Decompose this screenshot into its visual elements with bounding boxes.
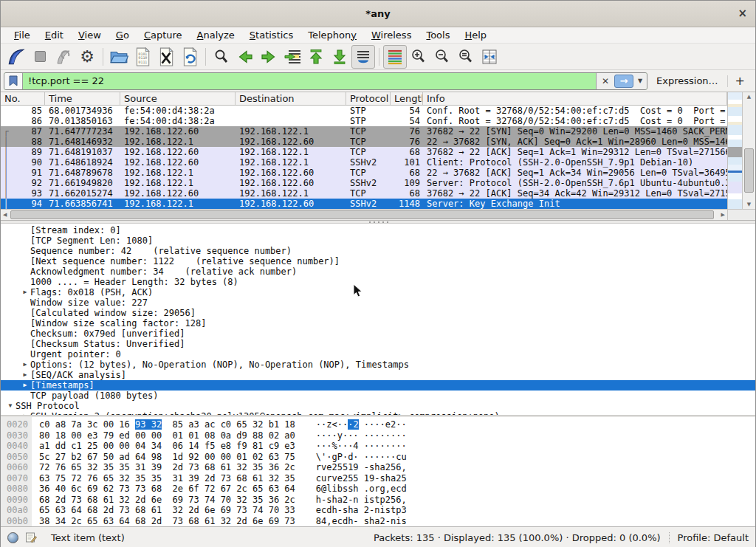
filter-bookmark-button[interactable]	[4, 73, 23, 89]
detail-line[interactable]: Acknowledgment number: 34 (relative ack …	[1, 266, 755, 277]
go-first-button[interactable]	[304, 45, 328, 69]
close-file-button[interactable]	[154, 45, 178, 69]
hex-row[interactable]: 009068 2d 73 68 61 32 2d 6e 69 73 74 70 …	[1, 495, 755, 506]
hex-row[interactable]: 00505c 27 b2 67 50 ad 64 98 1d 92 00 00 …	[1, 452, 755, 463]
detail-line[interactable]: Sequence number: 42 (relative sequence n…	[1, 246, 755, 256]
menu-file[interactable]: File	[7, 28, 38, 43]
column-header-no[interactable]: No.	[1, 92, 45, 105]
apply-filter-button[interactable]: →	[614, 75, 633, 88]
go-forward-button[interactable]	[257, 45, 281, 69]
column-header-info[interactable]: Info	[423, 92, 727, 105]
reload-file-button[interactable]	[178, 45, 202, 69]
stop-capture-button[interactable]	[28, 45, 52, 69]
detail-line[interactable]: TCP payload (1080 bytes)	[1, 391, 755, 401]
detail-line[interactable]: ▶Options: (12 bytes), No-Operation (NOP)…	[1, 359, 755, 370]
zoom-out-button[interactable]	[430, 45, 454, 69]
menu-tools[interactable]: Tools	[419, 28, 457, 43]
zoom-in-button[interactable]	[407, 45, 430, 69]
hscroll-thumb[interactable]	[10, 210, 714, 219]
hex-row[interactable]: 0020c0 a8 7a 3c 00 16 93 32 85 a3 ac c0 …	[1, 419, 755, 430]
menu-help[interactable]: Help	[457, 28, 494, 43]
detail-line[interactable]: ▶SSH Version 2 (encryption:chacha20-poly…	[1, 411, 755, 416]
menu-edit[interactable]: Edit	[38, 28, 71, 43]
detail-line[interactable]: Window size value: 227	[1, 297, 755, 308]
detail-line[interactable]: [TCP Segment Len: 1080]	[1, 235, 755, 246]
restart-capture-button[interactable]	[52, 45, 75, 69]
hex-row[interactable]: 00b038 34 2c 65 63 64 68 2d 73 68 61 32 …	[1, 516, 755, 527]
packet-row[interactable]: 8568.001734936fe:54:00:d4:38:2aSTP54Conf…	[1, 106, 727, 116]
column-header-time[interactable]: Time	[45, 92, 120, 105]
resize-columns-button[interactable]	[478, 45, 501, 69]
detail-line[interactable]: ▶[Timestamps]	[1, 380, 755, 391]
detail-line[interactable]: ▶[SEQ/ACK analysis]	[1, 370, 755, 380]
close-window-button[interactable]: ×	[738, 7, 747, 20]
expression-button[interactable]: Expression…	[652, 75, 723, 86]
menu-view[interactable]: View	[71, 28, 109, 43]
packet-row[interactable]: │9171.648789678192.168.122.1192.168.122.…	[1, 168, 727, 178]
packet-row[interactable]: 8670.013850163fe:54:00:d4:38:2aSTP54Conf…	[1, 116, 727, 126]
auto-scroll-toggle[interactable]	[351, 45, 375, 69]
colorize-toggle[interactable]	[383, 45, 407, 69]
column-header-source[interactable]: Source	[120, 92, 236, 105]
packet-minimap[interactable]	[727, 92, 742, 209]
expander-icon[interactable]: ▶	[20, 359, 30, 370]
detail-line[interactable]: Checksum: 0x79ed [unverified]	[1, 328, 755, 339]
expander-icon[interactable]: ▼	[5, 401, 16, 411]
open-file-button[interactable]	[107, 45, 131, 69]
column-header-length[interactable]: Length	[391, 92, 423, 105]
detail-line[interactable]: [Checksum Status: Unverified]	[1, 339, 755, 349]
find-packet-button[interactable]	[210, 45, 233, 69]
menu-telephony[interactable]: Telephony	[300, 28, 364, 43]
detail-line[interactable]: Urgent pointer: 0	[1, 349, 755, 359]
detail-line[interactable]: [Calculated window size: 29056]	[1, 308, 755, 318]
hex-row[interactable]: 00a065 63 64 68 2d 73 68 61 32 2d 6e 69 …	[1, 505, 755, 516]
menu-analyze[interactable]: Analyze	[190, 28, 242, 43]
packet-row[interactable]: │8971.648191037192.168.122.60192.168.122…	[1, 147, 727, 157]
column-header-protocol[interactable]: Protocol	[346, 92, 391, 105]
add-filter-button[interactable]: +	[732, 74, 751, 88]
packet-row[interactable]: │9471.663856741192.168.122.1192.168.122.…	[1, 199, 727, 209]
go-to-packet-button[interactable]	[281, 45, 304, 69]
detail-line[interactable]: 1000 .... = Header Length: 32 bytes (8)	[1, 277, 755, 287]
menu-go[interactable]: Go	[109, 28, 137, 43]
hex-row[interactable]: 003080 18 00 e3 79 ed 00 00 01 01 08 0a …	[1, 430, 755, 441]
go-last-button[interactable]	[328, 45, 351, 69]
vscroll-thumb[interactable]	[744, 148, 754, 193]
display-filter-input[interactable]	[23, 73, 596, 89]
expander-icon[interactable]: ▶	[20, 380, 30, 391]
detail-line[interactable]: ▼SSH Protocol	[1, 401, 755, 411]
packet-row[interactable]: │9271.661949820192.168.122.1192.168.122.…	[1, 178, 727, 188]
expander-icon[interactable]: ▶	[20, 287, 30, 297]
scroll-up-arrow-icon[interactable]: ▲	[743, 94, 755, 100]
packet-row[interactable]: │9071.648618924192.168.122.60192.168.122…	[1, 157, 727, 168]
expander-icon[interactable]: ▶	[20, 370, 30, 380]
zoom-reset-button[interactable]	[454, 45, 478, 69]
profile-status[interactable]: Profile: Default	[678, 532, 749, 543]
expander-icon[interactable]: ▶	[20, 411, 30, 416]
column-header-destination[interactable]: Destination	[236, 92, 346, 105]
clear-filter-button[interactable]: ✕	[598, 75, 613, 88]
detail-line[interactable]: [Window size scaling factor: 128]	[1, 318, 755, 328]
menu-statistics[interactable]: Statistics	[242, 28, 300, 43]
packet-row[interactable]: ┌8771.647777234192.168.122.60192.168.122…	[1, 126, 727, 137]
start-capture-button[interactable]	[4, 45, 28, 69]
capture-comment-icon[interactable]	[25, 531, 37, 543]
packet-list-vscrollbar[interactable]: ▲ ▼	[742, 92, 755, 209]
detail-line[interactable]: [Stream index: 0]	[1, 225, 755, 235]
capture-options-button[interactable]: ⚙	[75, 45, 99, 69]
expert-info-icon[interactable]	[7, 532, 18, 543]
scroll-down-arrow-icon[interactable]: ▼	[743, 202, 755, 207]
detail-line[interactable]: ▶Flags: 0x018 (PSH, ACK)	[1, 287, 755, 297]
hex-row[interactable]: 008036 40 6c 69 62 73 73 68 2e 6f 72 67 …	[1, 484, 755, 495]
menu-capture[interactable]: Capture	[137, 28, 190, 43]
hex-row[interactable]: 007063 75 72 76 65 32 35 35 31 39 2d 73 …	[1, 473, 755, 484]
scroll-right-arrow-icon[interactable]: ▶	[721, 212, 725, 218]
hex-row[interactable]: 006072 76 65 32 35 35 31 39 2d 73 68 61 …	[1, 462, 755, 473]
go-back-button[interactable]	[233, 45, 257, 69]
detail-line[interactable]: [Next sequence number: 1122 (relative se…	[1, 256, 755, 266]
hex-row[interactable]: 0040a1 dd c1 25 00 00 04 34 06 14 f5 e8 …	[1, 441, 755, 452]
filter-dropdown-button[interactable]: ▼	[635, 75, 645, 88]
packet-list-hscrollbar[interactable]: ◀ ▶	[1, 210, 727, 220]
packet-row[interactable]: │8871.648146932192.168.122.1192.168.122.…	[1, 137, 727, 147]
packet-row[interactable]: │9371.662015274192.168.122.60192.168.122…	[1, 188, 727, 199]
